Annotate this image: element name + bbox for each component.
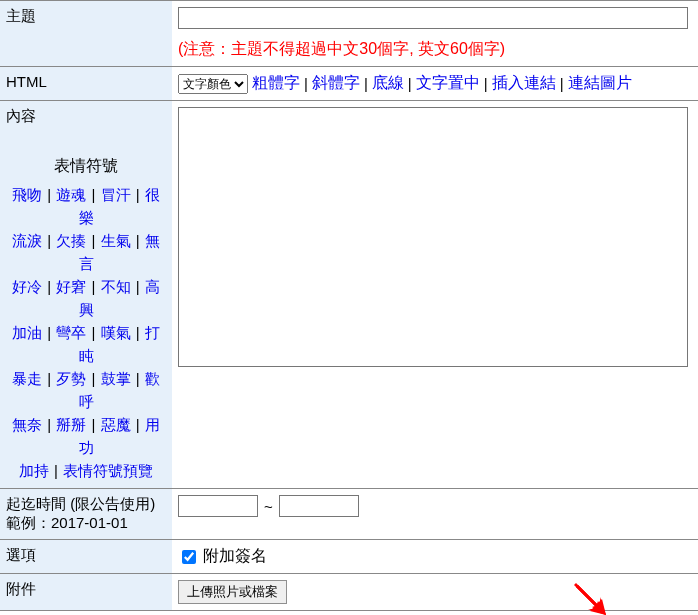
emoticon-link[interactable]: 欠揍 bbox=[56, 232, 86, 249]
emoticon-link[interactable]: 流淚 bbox=[12, 232, 42, 249]
range-to-input[interactable] bbox=[279, 495, 359, 517]
emoticon-link[interactable]: 加油 bbox=[12, 324, 42, 341]
emoticon-link[interactable]: 嘆氣 bbox=[101, 324, 131, 341]
submit-row: 預覽 用註冊名字送出 用匿名送出 bbox=[0, 610, 698, 615]
label-content: 內容 表情符號 飛吻 | 遊魂 | 冒汗 | 很樂流淚 | 欠揍 | 生氣 | … bbox=[0, 101, 172, 489]
emoticon-link[interactable]: 歹勢 bbox=[56, 370, 86, 387]
subject-input[interactable] bbox=[178, 7, 688, 29]
range-from-input[interactable] bbox=[178, 495, 258, 517]
bold-link[interactable]: 粗體字 bbox=[252, 73, 300, 94]
upload-button[interactable]: 上傳照片或檔案 bbox=[178, 580, 287, 604]
signature-label: 附加簽名 bbox=[203, 546, 267, 567]
emoticon-link[interactable]: 加持 bbox=[19, 462, 49, 479]
signature-checkbox[interactable] bbox=[182, 550, 196, 564]
label-options: 選項 bbox=[0, 540, 172, 574]
emoticon-link[interactable]: 掰掰 bbox=[56, 416, 86, 433]
emoticon-preview-link[interactable]: 表情符號預覽 bbox=[63, 462, 153, 479]
html-toolbar: 文字顏色 粗體字 | 斜體字 | 底線 | 文字置中 | 插入連結 | 連結圖片 bbox=[178, 73, 692, 94]
emoticon-link[interactable]: 無奈 bbox=[12, 416, 42, 433]
emoticon-link[interactable]: 飛吻 bbox=[12, 186, 42, 203]
label-attachment: 附件 bbox=[0, 574, 172, 611]
emoticon-list: 飛吻 | 遊魂 | 冒汗 | 很樂流淚 | 欠揍 | 生氣 | 無言好冷 | 好… bbox=[6, 183, 166, 482]
label-html: HTML bbox=[0, 67, 172, 101]
range-separator: ~ bbox=[264, 498, 273, 515]
emoticon-link[interactable]: 好窘 bbox=[56, 278, 86, 295]
emoticon-link[interactable]: 鼓掌 bbox=[101, 370, 131, 387]
insert-link-link[interactable]: 插入連結 bbox=[492, 73, 556, 94]
link-image-link[interactable]: 連結圖片 bbox=[568, 73, 632, 94]
emoticon-link[interactable]: 好冷 bbox=[12, 278, 42, 295]
emoticon-link[interactable]: 惡魔 bbox=[101, 416, 131, 433]
subject-note: (注意：主題不得超過中文30個字, 英文60個字) bbox=[178, 39, 692, 60]
label-subject: 主題 bbox=[0, 1, 172, 67]
italic-link[interactable]: 斜體字 bbox=[312, 73, 360, 94]
post-form: 主題 (注意：主題不得超過中文30個字, 英文60個字) HTML 文字顏色 粗… bbox=[0, 0, 698, 610]
emoticon-link[interactable]: 不知 bbox=[101, 278, 131, 295]
text-color-select[interactable]: 文字顏色 bbox=[178, 74, 248, 94]
label-range: 起迄時間 (限公告使用) 範例：2017-01-01 bbox=[0, 489, 172, 540]
emoticon-link[interactable]: 遊魂 bbox=[56, 186, 86, 203]
emoticon-link[interactable]: 生氣 bbox=[101, 232, 131, 249]
emoticon-header: 表情符號 bbox=[6, 156, 166, 177]
emoticon-link[interactable]: 暴走 bbox=[12, 370, 42, 387]
content-textarea[interactable] bbox=[178, 107, 688, 367]
underline-link[interactable]: 底線 bbox=[372, 73, 404, 94]
center-link[interactable]: 文字置中 bbox=[416, 73, 480, 94]
emoticon-link[interactable]: 冒汗 bbox=[101, 186, 131, 203]
emoticon-link[interactable]: 彎卒 bbox=[56, 324, 86, 341]
